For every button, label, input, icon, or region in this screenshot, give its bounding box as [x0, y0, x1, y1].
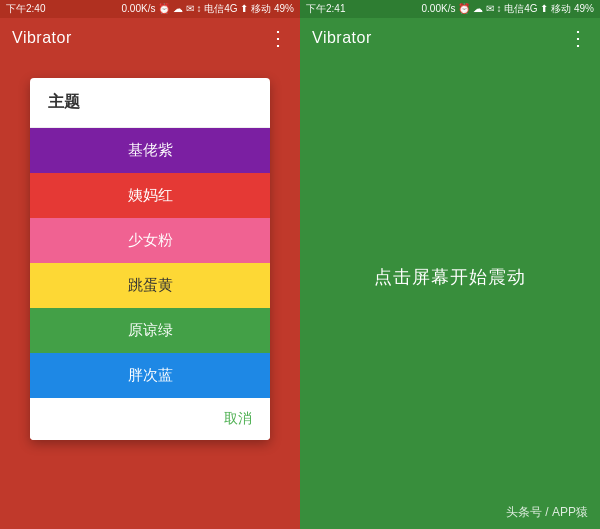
watermark: 头条号 / APP猿	[300, 496, 600, 529]
dialog-container: 主题 基佬紫 姨妈红 少女粉 跳蛋黄 原谅绿 胖次蓝 取消	[0, 58, 300, 529]
status-time-left: 下午2:40	[6, 2, 45, 16]
theme-dialog: 主题 基佬紫 姨妈红 少女粉 跳蛋黄 原谅绿 胖次蓝 取消	[30, 78, 270, 440]
theme-option-red[interactable]: 姨妈红	[30, 173, 270, 218]
theme-option-blue[interactable]: 胖次蓝	[30, 353, 270, 398]
toolbar-right: Vibrator ⋮	[300, 18, 600, 58]
theme-option-pink[interactable]: 少女粉	[30, 218, 270, 263]
status-time-right: 下午2:41	[306, 2, 345, 16]
status-icons-right: 0.00K/s ⏰ ☁ ✉ ↕ 电信4G ⬆ 移动 49%	[422, 2, 595, 16]
toolbar-left: Vibrator ⋮	[0, 18, 300, 58]
left-panel: 下午2:40 0.00K/s ⏰ ☁ ✉ ↕ 电信4G ⬆ 移动 49% Vib…	[0, 0, 300, 529]
status-icons-left: 0.00K/s ⏰ ☁ ✉ ↕ 电信4G ⬆ 移动 49%	[122, 2, 295, 16]
vibrate-instruction: 点击屏幕开始震动	[374, 265, 526, 289]
main-content[interactable]: 点击屏幕开始震动	[300, 58, 600, 496]
theme-option-green[interactable]: 原谅绿	[30, 308, 270, 353]
dialog-title: 主题	[30, 78, 270, 128]
menu-icon-right[interactable]: ⋮	[568, 26, 588, 50]
menu-icon-left[interactable]: ⋮	[268, 26, 288, 50]
cancel-button[interactable]: 取消	[30, 398, 270, 440]
theme-option-purple[interactable]: 基佬紫	[30, 128, 270, 173]
theme-option-yellow[interactable]: 跳蛋黄	[30, 263, 270, 308]
app-title-left: Vibrator	[12, 29, 72, 47]
status-bar-right: 下午2:41 0.00K/s ⏰ ☁ ✉ ↕ 电信4G ⬆ 移动 49%	[300, 0, 600, 18]
status-bar-left: 下午2:40 0.00K/s ⏰ ☁ ✉ ↕ 电信4G ⬆ 移动 49%	[0, 0, 300, 18]
app-title-right: Vibrator	[312, 29, 372, 47]
right-panel[interactable]: 下午2:41 0.00K/s ⏰ ☁ ✉ ↕ 电信4G ⬆ 移动 49% Vib…	[300, 0, 600, 529]
